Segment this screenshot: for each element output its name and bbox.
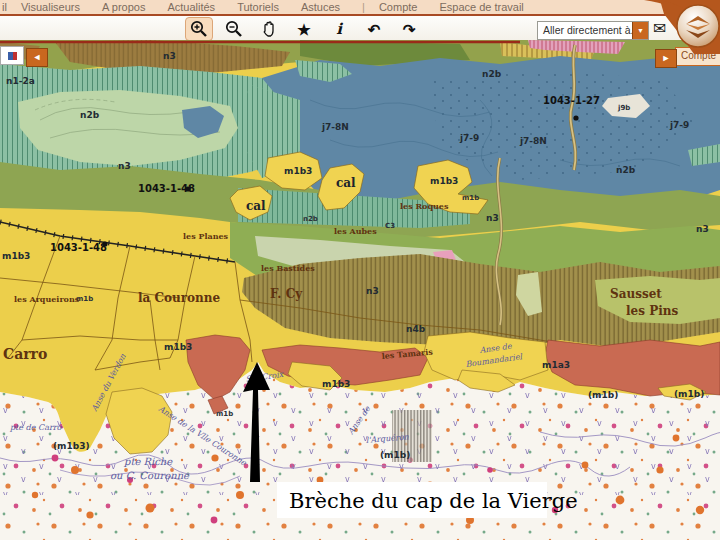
map-label: m1b3 [322, 379, 350, 389]
map-label: j7-9 [669, 120, 689, 130]
layer-icon [8, 52, 17, 60]
zoom-out-button[interactable] [220, 17, 248, 41]
map-label: m1b3 [430, 176, 458, 186]
map-label: C3 [385, 222, 395, 230]
map-label: m1b [462, 194, 479, 202]
brand-logo[interactable] [634, 0, 720, 54]
redo-button[interactable]: ↷ [395, 17, 423, 41]
map-label: la Couronne [138, 291, 221, 305]
map-label: n2b [616, 165, 636, 175]
map-label: les Planes [183, 231, 229, 241]
menu-item-tutoriels[interactable]: Tutoriels [237, 1, 279, 13]
pan-hand-icon [259, 19, 279, 39]
geologic-map-viewport[interactable]: v v [0, 40, 720, 540]
menu-item-astuces[interactable]: Astuces [301, 1, 340, 13]
map-label: j7-8N [519, 136, 547, 146]
menu-item-a-propos[interactable]: A propos [102, 1, 145, 13]
map-label: j9b [617, 104, 630, 112]
menu-item-actualités[interactable]: Actualités [167, 1, 215, 13]
map-label: les Arqueirons [14, 294, 80, 304]
info-icon: i [336, 22, 342, 37]
map-label: m1b3 [284, 166, 312, 176]
map-label: 1043-1-27 [543, 95, 600, 106]
info-button[interactable]: i [325, 17, 353, 41]
undo-icon: ↶ [368, 22, 381, 37]
collapse-left-button[interactable]: ◄ [26, 48, 48, 67]
select-area-button[interactable]: ★ [290, 17, 318, 41]
goto-dropdown-label: Aller directement à... [538, 22, 632, 39]
map-label: pte Riche [123, 456, 173, 468]
map-label: F. Cy [270, 287, 303, 301]
map-label: les Aubes [334, 226, 377, 236]
menu-separator: | [362, 1, 365, 13]
tool-group: ★i↶↷ [185, 17, 430, 41]
menu-bar: ilVisualiseursA proposActualitésTutoriel… [0, 0, 720, 16]
map-label: n2b [303, 215, 318, 223]
map-label: n3 [696, 224, 709, 234]
map-label: 1043-1-48 [138, 183, 195, 194]
map-label: ou C. Couronne [110, 470, 190, 481]
annotation-caption: Brèche du cap de la Vierge [277, 482, 578, 518]
map-label: m1b [216, 410, 233, 418]
map-label: Sausset [610, 287, 662, 301]
map-label: (m1b3) [53, 441, 90, 451]
map-label: m1b3 [2, 251, 30, 261]
menu-item-espace-de-travail[interactable]: Espace de travail [439, 1, 523, 13]
map-label: n2b [80, 110, 100, 120]
redo-icon: ↷ [403, 22, 416, 37]
map-label: j7-8N [321, 122, 349, 132]
map-label: n3 [366, 286, 379, 296]
map-label: 1043-1-48 [50, 242, 107, 253]
map-label: m1b3 [164, 342, 192, 352]
map-label: cal [246, 199, 266, 213]
map-label: pte de Carro [9, 423, 63, 432]
zoom-in-button[interactable] [185, 17, 213, 41]
zoom-in-icon [189, 19, 209, 39]
menu-item-compte[interactable]: Compte [379, 1, 418, 13]
map-label: n3 [163, 51, 176, 61]
map-label: les Roques [400, 201, 449, 211]
map-label: n3 [118, 161, 131, 171]
toolbar: ★i↶↷ Aller directement à... ▼ ✉ [0, 16, 720, 40]
map-label: (m1b) [674, 389, 704, 399]
map-label: n2b [482, 69, 502, 79]
map-label: m1a3 [542, 360, 570, 370]
goto-dropdown[interactable]: Aller directement à... ▼ [537, 21, 649, 40]
undo-button[interactable]: ↶ [360, 17, 388, 41]
menu-item-visualiseurs[interactable]: Visualiseurs [21, 1, 80, 13]
map-label: cal [336, 176, 356, 190]
map-label: les Pins [626, 304, 678, 318]
map-label: Carro [3, 346, 47, 362]
map-label: (m1b) [380, 450, 410, 460]
svg-text:Brèche du cap de la Vierge: Brèche du cap de la Vierge [289, 489, 578, 513]
left-panel-chip[interactable] [0, 46, 24, 65]
map-label: (m1b) [588, 390, 618, 400]
menu-item-il[interactable]: il [2, 1, 7, 13]
map-label: les Bastides [261, 263, 315, 273]
map-label: n3 [486, 213, 499, 223]
map-label: j7-9 [459, 133, 479, 143]
select-area-icon: ★ [297, 22, 310, 37]
zoom-out-icon [224, 19, 244, 39]
map-label: n1-2a [6, 76, 35, 86]
map-label: n4b [406, 324, 426, 334]
pan-hand-button[interactable] [255, 17, 283, 41]
